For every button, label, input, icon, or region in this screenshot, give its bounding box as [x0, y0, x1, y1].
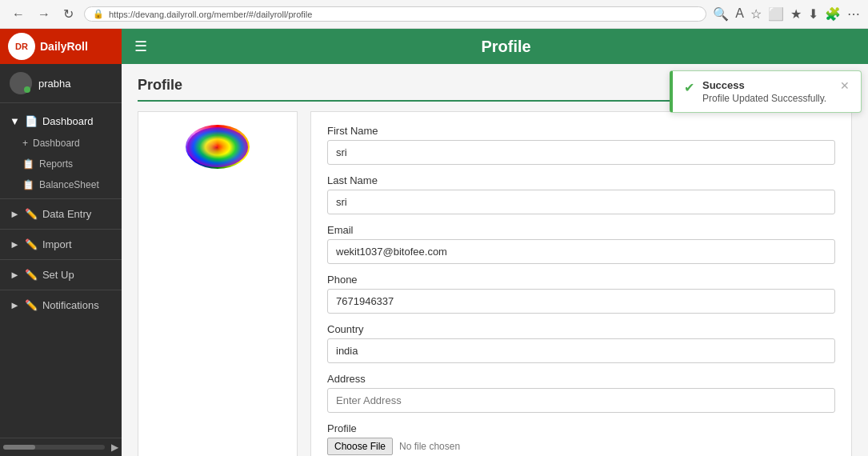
- split-icon[interactable]: ⬜: [768, 6, 784, 22]
- topbar-title: Profile: [157, 38, 855, 56]
- forward-button[interactable]: →: [34, 5, 54, 23]
- setup-label: Set Up: [42, 269, 74, 281]
- import-label: Import: [42, 238, 72, 250]
- country-label: Country: [327, 323, 835, 335]
- check-icon: ✔: [684, 80, 694, 95]
- profile-file-label: Profile: [327, 422, 835, 434]
- lock-icon: 🔒: [93, 9, 104, 19]
- svg-point-0: [187, 127, 248, 167]
- address-bar[interactable]: 🔒 https://devang.dailyroll.org/member/#/…: [84, 6, 706, 22]
- chevron-right-icon-3: ►: [10, 269, 20, 281]
- notifications-icon: ✏️: [25, 299, 38, 311]
- form-section: First Name Last Name Email Phone: [310, 111, 852, 456]
- sidebar-right-arrow[interactable]: ▶: [108, 442, 122, 453]
- divider-1: [0, 198, 122, 199]
- user-area: prabha: [0, 64, 122, 103]
- chevron-down-icon: ▼: [10, 115, 20, 127]
- divider-4: [0, 290, 122, 290]
- profile-file-group: Profile Choose File No file chosen: [327, 422, 835, 455]
- hamburger-icon[interactable]: ☰: [134, 38, 147, 55]
- sidebar-item-balancesheet[interactable]: 📋 BalanceSheet: [0, 174, 122, 195]
- email-group: Email: [327, 224, 835, 264]
- divider-2: [0, 229, 122, 230]
- sidebar-item-import[interactable]: ► ✏️ Import: [0, 233, 122, 256]
- balancesheet-icon: 📋: [22, 179, 34, 190]
- nav-group-import: ► ✏️ Import: [0, 233, 122, 256]
- first-name-input[interactable]: [327, 140, 835, 165]
- chevron-right-icon-2: ►: [10, 238, 20, 250]
- toast-title: Success: [702, 79, 832, 91]
- logo-area: DR DailyRoll: [0, 29, 122, 64]
- first-name-group: First Name: [327, 125, 835, 165]
- reload-button[interactable]: ↻: [59, 5, 78, 23]
- browser-bar: ← → ↻ 🔒 https://devang.dailyroll.org/mem…: [0, 0, 868, 29]
- nav-group-setup: ► ✏️ Set Up: [0, 263, 122, 286]
- phone-group: Phone: [327, 274, 835, 314]
- dashboard-sub-label: Dashboard: [33, 138, 80, 149]
- toast-message: Profile Updated Successfully.: [702, 93, 832, 104]
- avatar-section: [138, 111, 298, 456]
- profile-layout: First Name Last Name Email Phone: [138, 111, 852, 456]
- back-button[interactable]: ←: [8, 5, 29, 23]
- chevron-right-icon-4: ►: [10, 299, 20, 311]
- sidebar-scrollbar[interactable]: [3, 445, 35, 450]
- last-name-group: Last Name: [327, 174, 835, 214]
- dashboard-label: Dashboard: [42, 115, 94, 127]
- sidebar-nav: ▼ 📄 Dashboard + Dashboard 📋 Reports 📋 Ba…: [0, 103, 122, 438]
- sidebar-item-data-entry[interactable]: ► ✏️ Data Entry: [0, 202, 122, 226]
- import-icon: ✏️: [25, 238, 38, 250]
- phone-label: Phone: [327, 274, 835, 286]
- first-name-label: First Name: [327, 125, 835, 137]
- last-name-input[interactable]: [327, 190, 835, 214]
- plus-icon: +: [22, 138, 28, 149]
- country-input[interactable]: [327, 338, 835, 363]
- nav-group-notifications: ► ✏️ Notifications: [0, 294, 122, 317]
- logo-icon: DR: [8, 33, 35, 60]
- logo-text: DailyRoll: [40, 40, 88, 53]
- toast-close-button[interactable]: ✕: [840, 79, 850, 92]
- nav-group-dataentry: ► ✏️ Data Entry: [0, 202, 122, 226]
- email-input[interactable]: [327, 239, 835, 264]
- favorites-icon[interactable]: ★: [790, 6, 802, 22]
- extension-icon[interactable]: 🧩: [825, 6, 841, 22]
- balancesheet-label: BalanceSheet: [39, 179, 99, 190]
- notifications-label: Notifications: [42, 299, 99, 311]
- address-input[interactable]: [327, 388, 835, 413]
- sidebar-item-dashboard-sub[interactable]: + Dashboard: [0, 133, 122, 154]
- sidebar-item-reports[interactable]: 📋 Reports: [0, 154, 122, 174]
- data-entry-icon: ✏️: [25, 208, 38, 220]
- download-icon[interactable]: ⬇: [808, 6, 818, 22]
- reports-label: Reports: [39, 158, 73, 170]
- main-content: ☰ Profile Profile ✔ Success Profile Upda…: [122, 29, 868, 456]
- address-group: Address: [327, 373, 835, 413]
- url-text: https://devang.dailyroll.org/member/#/da…: [109, 10, 312, 19]
- address-label: Address: [327, 373, 835, 385]
- toast-body: Success Profile Updated Successfully.: [702, 79, 832, 104]
- reports-icon: 📋: [22, 158, 34, 170]
- search-browser-icon[interactable]: 🔍: [713, 6, 729, 22]
- sidebar: DR DailyRoll prabha ▼ 📄 Dashboard +: [0, 29, 122, 456]
- avatar: [186, 125, 250, 169]
- dashboard-file-icon: 📄: [25, 115, 38, 127]
- star-icon[interactable]: ☆: [750, 6, 762, 22]
- choose-file-button[interactable]: Choose File: [327, 438, 393, 455]
- phone-input[interactable]: [327, 289, 835, 314]
- email-label: Email: [327, 224, 835, 236]
- file-input-row: Choose File No file chosen: [327, 438, 835, 455]
- font-icon[interactable]: A: [735, 6, 744, 22]
- topbar: ☰ Profile: [122, 29, 868, 64]
- page-content: Profile ✔ Success Profile Updated Succes…: [122, 64, 868, 456]
- divider-3: [0, 259, 122, 260]
- sidebar-item-setup[interactable]: ► ✏️ Set Up: [0, 263, 122, 286]
- menu-icon[interactable]: ⋯: [847, 6, 860, 22]
- setup-icon: ✏️: [25, 269, 38, 281]
- chevron-right-icon: ►: [10, 208, 20, 220]
- success-toast: ✔ Success Profile Updated Successfully. …: [670, 70, 862, 113]
- country-group: Country: [327, 323, 835, 363]
- user-name: prabha: [38, 78, 70, 90]
- data-entry-label: Data Entry: [42, 208, 91, 220]
- last-name-label: Last Name: [327, 174, 835, 186]
- sidebar-item-notifications[interactable]: ► ✏️ Notifications: [0, 294, 122, 317]
- nav-group-dashboard: ▼ 📄 Dashboard + Dashboard 📋 Reports 📋 Ba…: [0, 110, 122, 195]
- sidebar-item-dashboard[interactable]: ▼ 📄 Dashboard: [0, 110, 122, 133]
